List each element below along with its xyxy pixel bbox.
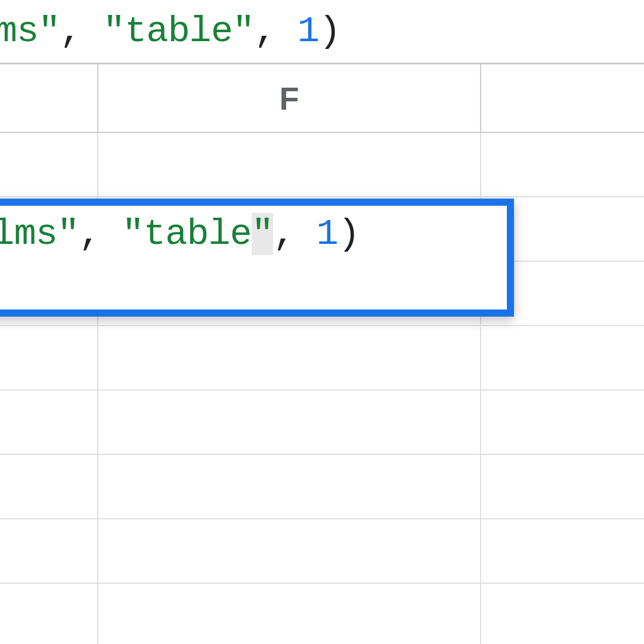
table-row	[0, 391, 644, 455]
cell[interactable]	[98, 519, 481, 584]
column-header-f[interactable]: F	[98, 64, 481, 132]
cell-editor-content: =IMPORTHTML("_films", "table", 1)	[0, 213, 360, 255]
cell[interactable]	[98, 391, 481, 455]
cell[interactable]	[98, 133, 481, 197]
cell[interactable]	[98, 455, 481, 519]
cell[interactable]	[0, 391, 98, 455]
table-row	[0, 519, 644, 584]
cell[interactable]	[481, 391, 644, 455]
formula-bar-content: =IMPORTHTML("g_films", "table", 1)	[0, 10, 340, 52]
column-headers: E F G	[0, 64, 644, 133]
table-row	[0, 133, 644, 197]
cell[interactable]	[0, 133, 98, 197]
column-header-label: F	[280, 80, 299, 117]
cell[interactable]	[481, 326, 644, 391]
cell-editor[interactable]: =IMPORTHTML("_films", "table", 1)	[0, 199, 514, 317]
cell[interactable]	[0, 584, 98, 644]
column-header-e[interactable]: E	[0, 64, 98, 132]
cell[interactable]	[481, 455, 644, 519]
table-row	[0, 455, 644, 519]
cell[interactable]	[481, 133, 644, 197]
cell[interactable]	[0, 455, 98, 519]
cell[interactable]	[481, 584, 644, 644]
cell[interactable]	[98, 584, 481, 644]
cell[interactable]	[98, 326, 481, 391]
column-header-g[interactable]: G	[481, 64, 644, 132]
spreadsheet-grid[interactable]: E F G	[0, 64, 644, 644]
table-row	[0, 584, 644, 644]
cell[interactable]	[481, 519, 644, 584]
cell[interactable]	[0, 519, 98, 584]
formula-bar[interactable]: =IMPORTHTML("g_films", "table", 1)	[0, 0, 644, 64]
table-row	[0, 326, 644, 391]
cell[interactable]	[0, 326, 98, 391]
